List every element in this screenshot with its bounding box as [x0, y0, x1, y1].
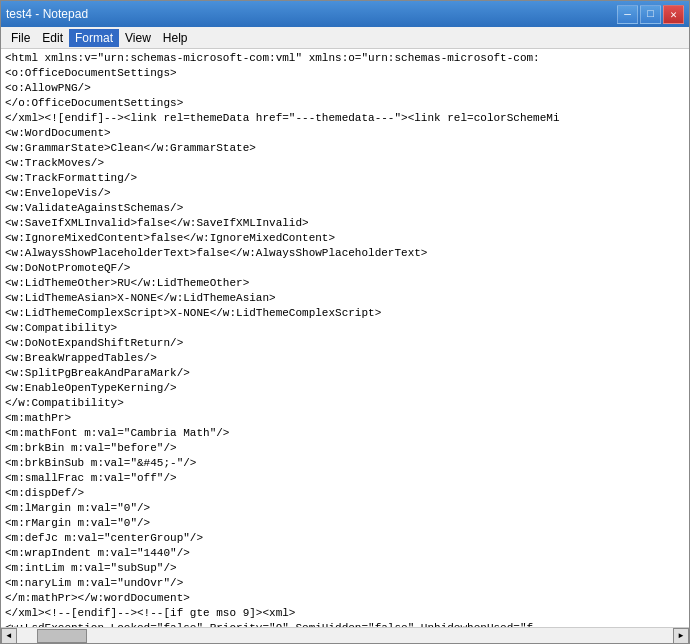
content-area: <html xmlns:v="urn:schemas-microsoft-com… [1, 49, 689, 627]
notepad-window: test4 - Notepad — □ ✕ File Edit Format V… [0, 0, 690, 644]
close-button[interactable]: ✕ [663, 5, 684, 24]
scroll-left-button[interactable]: ◄ [1, 628, 17, 644]
title-bar: test4 - Notepad — □ ✕ [1, 1, 689, 27]
menu-file[interactable]: File [5, 29, 36, 47]
maximize-button[interactable]: □ [640, 5, 661, 24]
scroll-right-button[interactable]: ► [673, 628, 689, 644]
minimize-button[interactable]: — [617, 5, 638, 24]
window-controls: — □ ✕ [617, 5, 684, 24]
scroll-thumb-horizontal[interactable] [37, 629, 87, 643]
text-editor[interactable]: <html xmlns:v="urn:schemas-microsoft-com… [1, 49, 689, 627]
menu-bar: File Edit Format View Help [1, 27, 689, 49]
menu-edit[interactable]: Edit [36, 29, 69, 47]
window-title: test4 - Notepad [6, 7, 88, 21]
menu-format[interactable]: Format [69, 29, 119, 47]
scroll-track-horizontal[interactable] [17, 628, 673, 643]
menu-view[interactable]: View [119, 29, 157, 47]
horizontal-scrollbar[interactable]: ◄ ► [1, 627, 689, 643]
menu-help[interactable]: Help [157, 29, 194, 47]
